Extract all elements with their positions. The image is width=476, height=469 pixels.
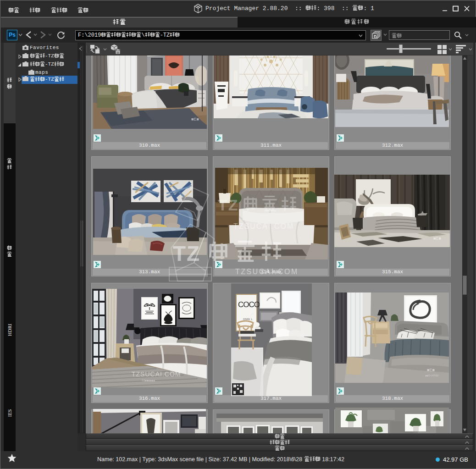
svg-text:COCO: COCO [238, 300, 260, 309]
svg-text:■E■: ■E■ [427, 368, 435, 372]
svg-text:■E■: ■E■ [191, 117, 199, 121]
svg-text:■E■: ■E■ [433, 236, 441, 241]
svg-text:TZ■■■■■■: TZ■■■■■■ [142, 379, 155, 382]
svg-text:■■ID-147002: ■■ID-147002 [425, 374, 439, 377]
svg-text:TZSUCAI.COM: TZSUCAI.COM [132, 370, 181, 378]
